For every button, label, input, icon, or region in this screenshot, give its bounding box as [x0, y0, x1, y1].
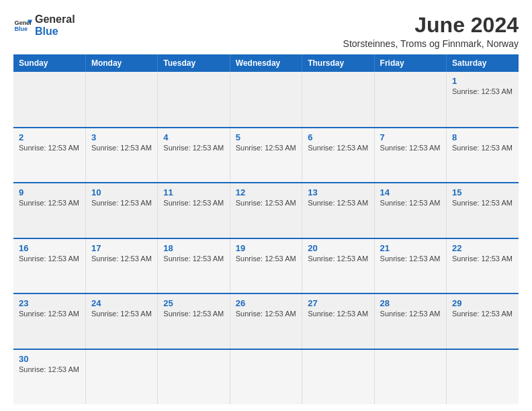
- cell-day-number: 5: [236, 132, 296, 142]
- calendar-cell: [158, 72, 230, 127]
- cell-sunrise-time: Sunrise: 12:53 AM: [236, 144, 296, 152]
- calendar-cell: 6Sunrise: 12:53 AM: [302, 128, 374, 183]
- col-saturday: Saturday: [447, 54, 519, 72]
- calendar-week-row: 2Sunrise: 12:53 AM3Sunrise: 12:53 AM4Sun…: [13, 128, 519, 183]
- calendar-cell: 28Sunrise: 12:53 AM: [374, 293, 446, 349]
- cell-sunrise-time: Sunrise: 12:53 AM: [91, 310, 152, 318]
- cell-day-number: 29: [452, 298, 513, 308]
- calendar-cell: [230, 349, 302, 404]
- cell-sunrise-time: Sunrise: 12:53 AM: [236, 310, 296, 318]
- cell-sunrise-time: Sunrise: 12:53 AM: [380, 199, 441, 207]
- calendar-cell: 9Sunrise: 12:53 AM: [13, 183, 85, 238]
- calendar-cell: [13, 72, 85, 127]
- calendar-cell: 17Sunrise: 12:53 AM: [85, 238, 157, 293]
- calendar-cell: [374, 349, 446, 404]
- header: General Blue General Blue June 2024 Stor…: [13, 13, 519, 49]
- cell-sunrise-time: Sunrise: 12:53 AM: [452, 199, 513, 207]
- cell-sunrise-time: Sunrise: 12:53 AM: [91, 199, 152, 207]
- calendar-cell: [230, 72, 302, 127]
- calendar-cell: 21Sunrise: 12:53 AM: [374, 238, 446, 293]
- calendar-cell: [85, 72, 157, 127]
- cell-day-number: 14: [380, 187, 441, 197]
- calendar-week-row: 23Sunrise: 12:53 AM24Sunrise: 12:53 AM25…: [13, 293, 519, 349]
- cell-day-number: 2: [19, 132, 80, 142]
- calendar-cell: 30Sunrise: 12:53 AM: [13, 349, 85, 404]
- calendar-week-row: 9Sunrise: 12:53 AM10Sunrise: 12:53 AM11S…: [13, 183, 519, 238]
- cell-sunrise-time: Sunrise: 12:53 AM: [308, 310, 368, 318]
- calendar-cell: 27Sunrise: 12:53 AM: [302, 293, 374, 349]
- col-sunday: Sunday: [13, 54, 85, 72]
- cell-sunrise-time: Sunrise: 12:53 AM: [380, 144, 441, 152]
- cell-sunrise-time: Sunrise: 12:53 AM: [163, 144, 224, 152]
- cell-sunrise-time: Sunrise: 12:53 AM: [163, 310, 224, 318]
- calendar-week-row: 30Sunrise: 12:53 AM: [13, 349, 519, 404]
- cell-sunrise-time: Sunrise: 12:53 AM: [19, 255, 80, 263]
- location-title: Storsteinnes, Troms og Finnmark, Norway: [343, 38, 519, 49]
- weekday-row: Sunday Monday Tuesday Wednesday Thursday…: [13, 54, 519, 72]
- calendar-cell: [302, 72, 374, 127]
- calendar-cell: 12Sunrise: 12:53 AM: [230, 183, 302, 238]
- cell-day-number: 10: [91, 187, 152, 197]
- calendar-cell: 23Sunrise: 12:53 AM: [13, 293, 85, 349]
- logo-general: General: [35, 13, 75, 26]
- page: General Blue General Blue June 2024 Stor…: [0, 0, 532, 411]
- logo-blue: Blue: [35, 26, 75, 38]
- cell-day-number: 28: [380, 298, 441, 308]
- cell-sunrise-time: Sunrise: 12:53 AM: [452, 144, 513, 152]
- cell-day-number: 19: [236, 243, 296, 253]
- calendar-cell: 20Sunrise: 12:53 AM: [302, 238, 374, 293]
- cell-sunrise-time: Sunrise: 12:53 AM: [236, 255, 296, 263]
- calendar-cell: 2Sunrise: 12:53 AM: [13, 128, 85, 183]
- cell-day-number: 23: [19, 298, 80, 308]
- logo-icon: General Blue: [13, 16, 32, 35]
- calendar-cell: [158, 349, 230, 404]
- cell-day-number: 13: [308, 187, 368, 197]
- calendar-cell: [302, 349, 374, 404]
- cell-sunrise-time: Sunrise: 12:53 AM: [380, 310, 441, 318]
- cell-day-number: 6: [308, 132, 368, 142]
- cell-day-number: 24: [91, 298, 152, 308]
- cell-day-number: 26: [236, 298, 296, 308]
- calendar-cell: 15Sunrise: 12:53 AM: [447, 183, 519, 238]
- calendar-cell: 22Sunrise: 12:53 AM: [447, 238, 519, 293]
- calendar-cell: 1Sunrise: 12:53 AM: [447, 72, 519, 127]
- cell-day-number: 18: [163, 243, 224, 253]
- cell-sunrise-time: Sunrise: 12:53 AM: [19, 365, 80, 373]
- calendar-body: 1Sunrise: 12:53 AM2Sunrise: 12:53 AM3Sun…: [13, 72, 519, 404]
- cell-day-number: 1: [452, 76, 513, 86]
- cell-sunrise-time: Sunrise: 12:53 AM: [308, 144, 368, 152]
- calendar-cell: 8Sunrise: 12:53 AM: [447, 128, 519, 183]
- cell-day-number: 12: [236, 187, 296, 197]
- cell-sunrise-time: Sunrise: 12:53 AM: [452, 87, 513, 95]
- cell-day-number: 3: [91, 132, 152, 142]
- cell-day-number: 30: [19, 354, 80, 364]
- calendar-cell: 10Sunrise: 12:53 AM: [85, 183, 157, 238]
- col-tuesday: Tuesday: [158, 54, 230, 72]
- cell-day-number: 7: [380, 132, 441, 142]
- cell-sunrise-time: Sunrise: 12:53 AM: [91, 255, 152, 263]
- cell-day-number: 17: [91, 243, 152, 253]
- calendar-cell: 14Sunrise: 12:53 AM: [374, 183, 446, 238]
- svg-text:Blue: Blue: [14, 26, 28, 32]
- cell-sunrise-time: Sunrise: 12:53 AM: [452, 310, 513, 318]
- calendar-cell: 3Sunrise: 12:53 AM: [85, 128, 157, 183]
- calendar-cell: 4Sunrise: 12:53 AM: [158, 128, 230, 183]
- calendar-cell: [447, 349, 519, 404]
- cell-day-number: 15: [452, 187, 513, 197]
- cell-sunrise-time: Sunrise: 12:53 AM: [308, 199, 368, 207]
- title-block: June 2024 Storsteinnes, Troms og Finnmar…: [343, 13, 519, 49]
- month-title: June 2024: [343, 13, 519, 37]
- cell-sunrise-time: Sunrise: 12:53 AM: [19, 199, 80, 207]
- col-thursday: Thursday: [302, 54, 374, 72]
- cell-day-number: 27: [308, 298, 368, 308]
- cell-sunrise-time: Sunrise: 12:53 AM: [91, 144, 152, 152]
- cell-sunrise-time: Sunrise: 12:53 AM: [236, 199, 296, 207]
- cell-day-number: 16: [19, 243, 80, 253]
- cell-sunrise-time: Sunrise: 12:53 AM: [163, 199, 224, 207]
- calendar-week-row: 16Sunrise: 12:53 AM17Sunrise: 12:53 AM18…: [13, 238, 519, 293]
- calendar-cell: 11Sunrise: 12:53 AM: [158, 183, 230, 238]
- cell-sunrise-time: Sunrise: 12:53 AM: [19, 144, 80, 152]
- calendar-week-row: 1Sunrise: 12:53 AM: [13, 72, 519, 127]
- calendar-table: Sunday Monday Tuesday Wednesday Thursday…: [13, 54, 519, 404]
- col-monday: Monday: [85, 54, 157, 72]
